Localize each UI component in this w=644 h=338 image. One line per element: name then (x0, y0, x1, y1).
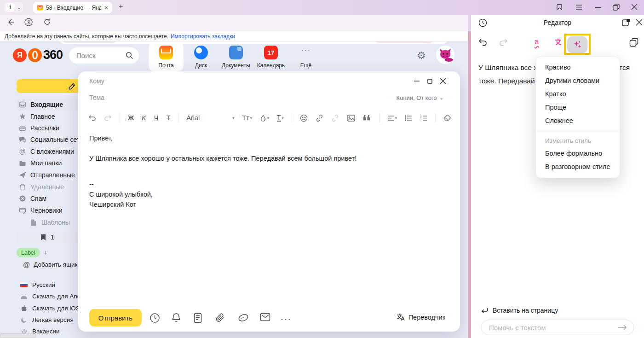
menu-section-change-style: Изменить стиль (536, 134, 620, 147)
refresh-icon[interactable] (43, 18, 51, 26)
add-mailbox-label: Добавить ящик (34, 261, 77, 268)
underline-button[interactable]: Ч (154, 114, 159, 122)
more-actions-icon[interactable]: ··· (281, 315, 292, 324)
app-more[interactable]: ··· Ещё (288, 42, 323, 71)
bookmark-flag-icon (40, 234, 46, 241)
logo-o-icon (28, 48, 42, 62)
undo-icon[interactable] (88, 115, 96, 122)
active-tab[interactable]: 58 · Входящие — Янде ✕ (33, 2, 112, 13)
app-label: Почта (158, 62, 173, 69)
send-button[interactable]: Отправить (89, 309, 142, 326)
submit-arrow-icon[interactable] (618, 324, 627, 331)
yandex360-logo[interactable]: Я 360 (13, 48, 63, 62)
envelope-icon[interactable] (260, 313, 270, 321)
download-ios-link[interactable]: Скачать для iOS (20, 303, 80, 314)
unlink-icon[interactable] (331, 114, 339, 122)
restore-window-icon[interactable] (613, 4, 620, 11)
pen-disk-icon[interactable] (238, 313, 249, 323)
label-pill[interactable]: Label (17, 248, 40, 257)
light-version-link[interactable]: Лёгкая версия (20, 314, 74, 326)
tab-group-button[interactable]: 1 ⌄ (4, 2, 23, 12)
email-body[interactable]: Привет, У Шляпника все хорошо у остальны… (89, 133, 448, 210)
note-card-icon[interactable] (194, 313, 202, 323)
body-line (89, 143, 448, 153)
ai-sparkles-button[interactable] (567, 36, 587, 53)
app-mail[interactable]: Почта (149, 42, 184, 71)
minimize-compose-icon[interactable] (414, 80, 420, 82)
import-bookmarks-link[interactable]: Импортировать закладки (171, 33, 235, 40)
schedule-send-icon[interactable] (150, 313, 160, 323)
signature-separator: -- (89, 179, 448, 189)
copy-icon[interactable] (629, 38, 638, 47)
image-icon[interactable] (347, 115, 355, 122)
italic-button[interactable]: K (142, 114, 146, 122)
font-size-button[interactable]: Tт▾ (242, 114, 252, 122)
menu-item-more-formal[interactable]: Более формально (536, 147, 620, 160)
tab-group-count[interactable]: 1 (6, 3, 15, 12)
app-label: Календарь (257, 62, 285, 69)
bullet-list-icon[interactable] (405, 115, 412, 121)
translator-button[interactable]: Переводчик (396, 313, 445, 321)
insert-label: Вставить на страницу (493, 307, 558, 314)
folder-label: Отправленные (30, 171, 75, 179)
settings-gear-icon[interactable]: ⚙ (417, 50, 426, 62)
minimize-window-icon[interactable] (595, 7, 601, 8)
quote-icon[interactable] (363, 115, 371, 121)
app-calendar[interactable]: 17 Календарь (253, 42, 288, 71)
chevron-down-icon[interactable]: ⌄ (17, 5, 21, 10)
yandex-services-icon[interactable] (24, 17, 33, 27)
numbered-list-icon[interactable] (420, 115, 427, 121)
new-tab-button[interactable]: + (119, 2, 123, 11)
menu-item-shorten[interactable]: Кратко (536, 87, 620, 101)
emoji-icon[interactable] (300, 114, 308, 122)
saved-bookmarks-row[interactable]: 1 (17, 231, 78, 243)
expand-compose-icon[interactable] (427, 79, 432, 84)
menu-item-simplify[interactable]: Проще (536, 101, 620, 114)
app-docs[interactable]: Документы (218, 42, 253, 71)
strikethrough-button[interactable]: Т (166, 114, 170, 122)
close-window-icon[interactable] (631, 4, 638, 10)
undo-icon[interactable] (478, 38, 488, 47)
notify-bell-icon[interactable] (172, 313, 181, 323)
add-label-icon[interactable]: + (44, 249, 48, 256)
bold-button[interactable]: Ж (128, 114, 134, 122)
android-icon (20, 294, 28, 299)
sparkles-highlight-box (564, 34, 591, 55)
menu-icon[interactable] (575, 4, 582, 10)
link-icon[interactable] (316, 114, 323, 122)
user-avatar[interactable] (436, 46, 454, 64)
menu-item-complexify[interactable]: Сложнее (536, 114, 620, 128)
add-mailbox-button[interactable]: @ Добавить ящик (23, 261, 78, 268)
subject-field[interactable]: Тема (89, 94, 104, 101)
attach-file-icon[interactable] (216, 313, 225, 323)
close-compose-icon[interactable] (440, 78, 446, 84)
spellcheck-icon[interactable]: a (535, 37, 539, 47)
tab-close-icon[interactable]: ✕ (104, 5, 109, 11)
search-input[interactable]: Поиск (69, 47, 139, 64)
align-button[interactable]: ▾ (387, 115, 397, 121)
side-panels-icon[interactable] (556, 3, 563, 11)
close-panel-icon[interactable] (636, 19, 643, 26)
body-line (89, 163, 448, 174)
font-family-select[interactable]: Arial ▾ (186, 114, 234, 122)
menu-item-beautify[interactable]: Красиво (536, 61, 620, 74)
menu-item-conversational[interactable]: В разговорном стиле (536, 160, 620, 174)
yandex-logo-circle: Я (13, 48, 27, 62)
search-icon[interactable] (126, 52, 133, 59)
disk-app-icon (194, 46, 208, 59)
language-link[interactable]: Русский (20, 279, 55, 291)
back-icon[interactable] (6, 18, 15, 26)
eraser-icon[interactable] (443, 115, 451, 121)
redo-icon[interactable] (499, 38, 508, 47)
redo-icon[interactable] (104, 115, 112, 122)
highlight-color-button[interactable]: ▾ (260, 115, 269, 122)
menu-item-rephrase[interactable]: Другими словами (536, 74, 620, 87)
cc-from-toggle[interactable]: Копии, От кого ⌄ (397, 94, 443, 101)
insert-to-page-button[interactable]: Вставить на страницу (481, 307, 558, 314)
app-disk[interactable]: Диск (184, 42, 218, 71)
ai-prompt-input[interactable]: Помочь с текстом (481, 320, 634, 335)
open-in-window-icon[interactable] (622, 18, 631, 27)
translate-icon[interactable] (554, 37, 564, 47)
text-color-button[interactable]: Т▾ (277, 114, 284, 122)
to-field[interactable]: Кому (89, 77, 104, 85)
